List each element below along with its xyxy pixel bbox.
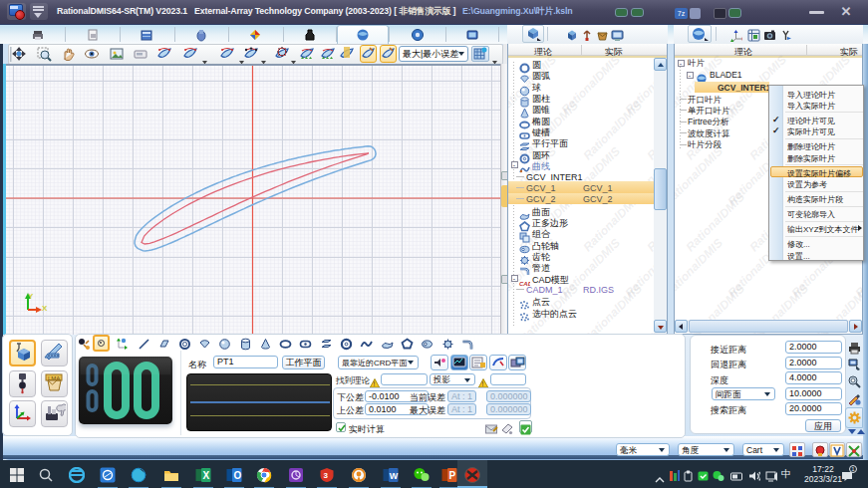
svg-text:3: 3	[324, 471, 329, 480]
svg-text:X: X	[203, 470, 210, 481]
svg-text:!: !	[374, 380, 376, 387]
svg-text:!: !	[482, 380, 484, 387]
svg-text:P: P	[449, 470, 456, 481]
svg-text:O: O	[234, 470, 242, 481]
svg-text:X: X	[42, 304, 48, 313]
svg-text:Y: Y	[28, 292, 34, 301]
svg-text:W: W	[390, 471, 399, 481]
